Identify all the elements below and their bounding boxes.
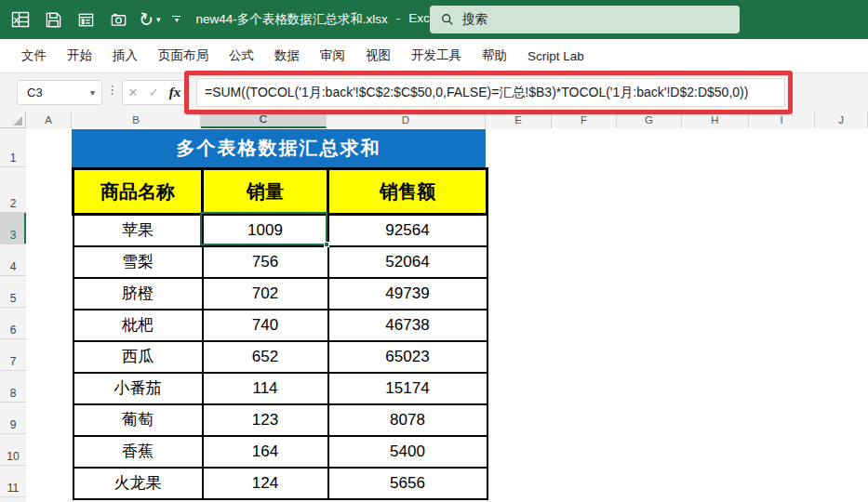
cancel-icon[interactable]: ✕ [128, 86, 139, 99]
row-header-5[interactable]: 5 [0, 276, 26, 308]
cell-b9[interactable]: 葡萄 [73, 404, 203, 436]
undo-icon: ↺ [137, 9, 155, 30]
cell-b3[interactable]: 苹果 [73, 215, 203, 246]
table-header-row: 商品名称 销量 销售额 [73, 169, 487, 215]
cell-b7[interactable]: 西瓜 [73, 341, 203, 373]
cell-c8[interactable]: 114 [203, 373, 328, 404]
row-header-8[interactable]: 8 [0, 371, 26, 403]
row-header-11[interactable]: 11 [0, 466, 26, 497]
cell-c11[interactable]: 124 [203, 468, 328, 499]
column-header-i[interactable]: I [749, 112, 815, 128]
cell-d3[interactable]: 92564 [328, 215, 487, 246]
cell-reference: C3 [27, 86, 43, 99]
column-header-a[interactable]: A [26, 112, 72, 128]
worksheet: A B C D E F G H I J 1 2 3 4 5 6 7 8 9 10… [0, 112, 868, 502]
cell-c7[interactable]: 652 [203, 341, 328, 373]
tab-script-lab[interactable]: Script Lab [517, 49, 594, 63]
formula-input[interactable]: =SUM((TOCOL('1月:back'!$C$2:$C$50,0,FALSE… [196, 78, 785, 107]
column-headers: A B C D E F G H I J [26, 112, 868, 128]
merged-title-cell[interactable]: 多个表格数据汇总求和 [72, 129, 486, 167]
column-header-f[interactable]: F [552, 112, 617, 128]
row-header-12-partial[interactable] [0, 497, 26, 502]
tab-file[interactable]: 文件 [11, 47, 57, 64]
cell-d8[interactable]: 15174 [328, 373, 487, 404]
formula-bar-buttons: ✕ ✓ fx [122, 80, 187, 105]
column-header-b[interactable]: B [72, 112, 201, 128]
search-input[interactable]: 搜索 [430, 6, 740, 33]
cell-d10[interactable]: 5400 [328, 436, 487, 468]
cell-c5[interactable]: 702 [203, 278, 328, 310]
row-header-9[interactable]: 9 [0, 403, 26, 434]
table-row: 火龙果 124 5656 [73, 468, 487, 499]
enter-icon[interactable]: ✓ [149, 86, 159, 99]
row-header-4[interactable]: 4 [0, 244, 26, 276]
cell-b10[interactable]: 香蕉 [73, 436, 203, 468]
cell-b8[interactable]: 小番茄 [73, 373, 203, 404]
header-sales-qty[interactable]: 销量 [203, 169, 328, 215]
excel-window: X [0, 0, 868, 502]
row-header-1[interactable]: 1 [0, 128, 26, 167]
print-preview-icon[interactable] [73, 7, 98, 32]
excel-logo-icon[interactable]: X [8, 7, 33, 32]
cell-c6[interactable]: 740 [203, 310, 328, 341]
cell-b4[interactable]: 雪梨 [73, 246, 203, 278]
table-row: 小番茄 114 15174 [73, 373, 487, 404]
cell-b5[interactable]: 脐橙 [73, 278, 203, 310]
customize-quick-access-toolbar-icon[interactable]: ▾ [172, 16, 180, 23]
search-placeholder: 搜索 [462, 11, 487, 28]
select-all-button[interactable] [0, 112, 26, 128]
tab-view[interactable]: 视图 [355, 47, 401, 64]
undo-button[interactable]: ↺ ▾ [139, 11, 160, 29]
tab-page-layout[interactable]: 页面布局 [148, 47, 219, 64]
row-header-2[interactable]: 2 [0, 167, 26, 213]
header-product-name[interactable]: 商品名称 [73, 169, 203, 215]
cell-c3[interactable]: 1009 [203, 215, 328, 246]
tab-home[interactable]: 开始 [57, 47, 102, 64]
cell-d4[interactable]: 52064 [328, 246, 487, 278]
tab-developer[interactable]: 开发工具 [401, 47, 472, 64]
cell-d5[interactable]: 49739 [328, 278, 487, 310]
row-header-10[interactable]: 10 [0, 434, 26, 466]
insert-function-icon[interactable]: fx [169, 85, 181, 100]
row-header-7[interactable]: 7 [0, 339, 26, 371]
table-row: 雪梨 756 52064 [73, 246, 487, 278]
table-row: 西瓜 652 65023 [73, 341, 487, 373]
column-header-j[interactable]: J [815, 112, 868, 128]
column-header-d[interactable]: D [327, 112, 486, 128]
cell-c4[interactable]: 756 [203, 246, 328, 278]
tab-review[interactable]: 审阅 [310, 47, 355, 64]
row-header-6[interactable]: 6 [0, 308, 26, 339]
cell-c9[interactable]: 123 [203, 404, 328, 436]
name-box[interactable]: C3 ▾ [17, 80, 102, 105]
cell-d11[interactable]: 5656 [328, 468, 487, 499]
table-row: 葡萄 123 8078 [73, 404, 487, 436]
table-row: 枇杷 740 46738 [73, 310, 487, 341]
cell-d9[interactable]: 8078 [328, 404, 487, 436]
undo-dropdown-icon[interactable]: ▾ [156, 15, 161, 24]
column-header-h[interactable]: H [682, 112, 749, 128]
title-separator: - [396, 11, 401, 28]
data-table: 商品名称 销量 销售额 苹果 1009 92564 雪梨 756 52064 脐… [72, 167, 488, 500]
name-box-dropdown-icon[interactable]: ▾ [90, 87, 95, 98]
tab-data[interactable]: 数据 [264, 47, 310, 64]
save-icon[interactable] [41, 7, 65, 32]
tab-insert[interactable]: 插入 [102, 47, 148, 64]
tab-help[interactable]: 帮助 [472, 47, 517, 64]
cell-b11[interactable]: 火龙果 [73, 468, 203, 499]
screenshot-camera-icon[interactable] [106, 7, 130, 32]
column-header-c[interactable]: C [201, 112, 327, 128]
svg-text:X: X [13, 16, 19, 25]
header-sales-amount[interactable]: 销售额 [328, 169, 487, 215]
cell-d7[interactable]: 65023 [328, 341, 487, 373]
formula-bar: C3 ▾ ⋮ ✕ ✓ fx =SUM((TOCOL('1月:back'!$C$2… [0, 73, 868, 112]
cell-b6[interactable]: 枇杷 [73, 310, 203, 341]
cell-c10[interactable]: 164 [203, 436, 328, 468]
fill-handle[interactable] [324, 242, 329, 247]
search-icon [441, 13, 454, 26]
table-row: 脐橙 702 49739 [73, 278, 487, 310]
column-header-g[interactable]: G [617, 112, 682, 128]
cell-d6[interactable]: 46738 [328, 310, 487, 341]
column-header-e[interactable]: E [486, 112, 552, 128]
row-header-3[interactable]: 3 [0, 213, 26, 244]
tab-formulas[interactable]: 公式 [219, 47, 264, 64]
